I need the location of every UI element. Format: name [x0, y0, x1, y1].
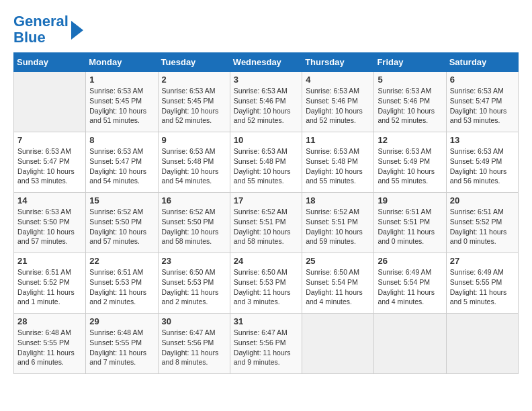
calendar-cell: 4Sunrise: 6:53 AM Sunset: 5:46 PM Daylig…	[302, 72, 374, 132]
calendar-cell: 5Sunrise: 6:53 AM Sunset: 5:46 PM Daylig…	[374, 72, 446, 132]
day-info: Sunrise: 6:53 AM Sunset: 5:46 PM Dayligh…	[378, 86, 442, 126]
logo-general: General	[13, 13, 69, 30]
day-number: 27	[450, 256, 515, 266]
day-number: 19	[378, 195, 442, 205]
column-header-tuesday: Tuesday	[158, 53, 230, 72]
week-row-4: 21Sunrise: 6:51 AM Sunset: 5:52 PM Dayli…	[14, 253, 519, 314]
day-number: 28	[17, 316, 82, 326]
day-info: Sunrise: 6:53 AM Sunset: 5:45 PM Dayligh…	[89, 86, 154, 126]
column-header-friday: Friday	[374, 53, 446, 72]
day-info: Sunrise: 6:49 AM Sunset: 5:55 PM Dayligh…	[450, 267, 515, 307]
day-info: Sunrise: 6:53 AM Sunset: 5:50 PM Dayligh…	[17, 207, 82, 246]
calendar-cell: 19Sunrise: 6:51 AM Sunset: 5:51 PM Dayli…	[374, 193, 446, 253]
calendar-cell	[446, 314, 518, 374]
day-info: Sunrise: 6:51 AM Sunset: 5:51 PM Dayligh…	[378, 207, 442, 246]
day-number: 6	[450, 75, 515, 85]
day-info: Sunrise: 6:53 AM Sunset: 5:49 PM Dayligh…	[378, 146, 442, 186]
day-number: 18	[306, 195, 370, 205]
calendar-cell: 2Sunrise: 6:53 AM Sunset: 5:45 PM Daylig…	[158, 72, 230, 132]
column-header-wednesday: Wednesday	[230, 53, 302, 72]
day-number: 17	[234, 195, 298, 205]
day-info: Sunrise: 6:53 AM Sunset: 5:46 PM Dayligh…	[306, 86, 370, 126]
day-number: 26	[378, 256, 442, 266]
day-info: Sunrise: 6:52 AM Sunset: 5:50 PM Dayligh…	[89, 207, 154, 246]
day-number: 10	[234, 135, 298, 145]
calendar-cell	[14, 72, 86, 132]
day-number: 9	[162, 135, 226, 145]
day-info: Sunrise: 6:52 AM Sunset: 5:51 PM Dayligh…	[234, 207, 298, 246]
calendar-cell: 28Sunrise: 6:48 AM Sunset: 5:55 PM Dayli…	[14, 314, 86, 374]
day-info: Sunrise: 6:47 AM Sunset: 5:56 PM Dayligh…	[234, 328, 298, 367]
day-info: Sunrise: 6:48 AM Sunset: 5:55 PM Dayligh…	[89, 328, 154, 367]
calendar-cell: 6Sunrise: 6:53 AM Sunset: 5:47 PM Daylig…	[446, 72, 518, 132]
day-info: Sunrise: 6:53 AM Sunset: 5:48 PM Dayligh…	[162, 146, 226, 186]
day-number: 23	[162, 256, 226, 266]
day-number: 12	[378, 135, 442, 145]
calendar-cell: 31Sunrise: 6:47 AM Sunset: 5:56 PM Dayli…	[230, 314, 302, 374]
logo: General Blue	[13, 13, 83, 46]
day-info: Sunrise: 6:49 AM Sunset: 5:54 PM Dayligh…	[378, 267, 442, 307]
day-info: Sunrise: 6:51 AM Sunset: 5:52 PM Dayligh…	[450, 207, 515, 246]
day-info: Sunrise: 6:53 AM Sunset: 5:46 PM Dayligh…	[234, 86, 298, 126]
day-number: 25	[306, 256, 370, 266]
day-number: 24	[234, 256, 298, 266]
day-info: Sunrise: 6:52 AM Sunset: 5:50 PM Dayligh…	[162, 207, 226, 246]
calendar-cell: 9Sunrise: 6:53 AM Sunset: 5:48 PM Daylig…	[158, 132, 230, 193]
day-number: 15	[89, 195, 154, 205]
calendar-cell: 24Sunrise: 6:50 AM Sunset: 5:53 PM Dayli…	[230, 253, 302, 314]
day-number: 5	[378, 75, 442, 85]
day-number: 13	[450, 135, 515, 145]
day-number: 21	[17, 256, 82, 266]
day-number: 2	[162, 75, 226, 85]
day-number: 3	[234, 75, 298, 85]
day-number: 7	[17, 135, 82, 145]
calendar-cell: 27Sunrise: 6:49 AM Sunset: 5:55 PM Dayli…	[446, 253, 518, 314]
day-info: Sunrise: 6:48 AM Sunset: 5:55 PM Dayligh…	[17, 328, 82, 367]
calendar-cell	[374, 314, 446, 374]
calendar-cell: 14Sunrise: 6:53 AM Sunset: 5:50 PM Dayli…	[14, 193, 86, 253]
calendar-cell: 12Sunrise: 6:53 AM Sunset: 5:49 PM Dayli…	[374, 132, 446, 193]
calendar-cell: 16Sunrise: 6:52 AM Sunset: 5:50 PM Dayli…	[158, 193, 230, 253]
calendar-cell: 22Sunrise: 6:51 AM Sunset: 5:53 PM Dayli…	[86, 253, 158, 314]
day-info: Sunrise: 6:53 AM Sunset: 5:47 PM Dayligh…	[89, 146, 154, 186]
calendar-cell: 13Sunrise: 6:53 AM Sunset: 5:49 PM Dayli…	[446, 132, 518, 193]
day-number: 31	[234, 316, 298, 326]
calendar-cell: 29Sunrise: 6:48 AM Sunset: 5:55 PM Dayli…	[86, 314, 158, 374]
week-row-2: 7Sunrise: 6:53 AM Sunset: 5:47 PM Daylig…	[14, 132, 519, 193]
calendar-cell: 25Sunrise: 6:50 AM Sunset: 5:54 PM Dayli…	[302, 253, 374, 314]
calendar-cell	[302, 314, 374, 374]
calendar-cell: 23Sunrise: 6:50 AM Sunset: 5:53 PM Dayli…	[158, 253, 230, 314]
day-number: 20	[450, 195, 515, 205]
day-info: Sunrise: 6:53 AM Sunset: 5:49 PM Dayligh…	[450, 146, 515, 186]
calendar-cell: 18Sunrise: 6:52 AM Sunset: 5:51 PM Dayli…	[302, 193, 374, 253]
calendar-cell: 20Sunrise: 6:51 AM Sunset: 5:52 PM Dayli…	[446, 193, 518, 253]
day-number: 4	[306, 75, 370, 85]
week-row-3: 14Sunrise: 6:53 AM Sunset: 5:50 PM Dayli…	[14, 193, 519, 253]
day-info: Sunrise: 6:51 AM Sunset: 5:52 PM Dayligh…	[17, 267, 82, 307]
day-info: Sunrise: 6:52 AM Sunset: 5:51 PM Dayligh…	[306, 207, 370, 246]
day-info: Sunrise: 6:53 AM Sunset: 5:45 PM Dayligh…	[162, 86, 226, 126]
calendar-cell: 21Sunrise: 6:51 AM Sunset: 5:52 PM Dayli…	[14, 253, 86, 314]
day-number: 14	[17, 195, 82, 205]
calendar-cell: 15Sunrise: 6:52 AM Sunset: 5:50 PM Dayli…	[86, 193, 158, 253]
column-header-saturday: Saturday	[446, 53, 518, 72]
day-info: Sunrise: 6:50 AM Sunset: 5:54 PM Dayligh…	[306, 267, 370, 307]
day-info: Sunrise: 6:50 AM Sunset: 5:53 PM Dayligh…	[234, 267, 298, 307]
logo-blue: Blue	[13, 29, 46, 46]
calendar-cell: 26Sunrise: 6:49 AM Sunset: 5:54 PM Dayli…	[374, 253, 446, 314]
day-number: 16	[162, 195, 226, 205]
day-number: 29	[89, 316, 154, 326]
week-row-5: 28Sunrise: 6:48 AM Sunset: 5:55 PM Dayli…	[14, 314, 519, 374]
calendar-table: SundayMondayTuesdayWednesdayThursdayFrid…	[13, 52, 519, 374]
calendar-cell: 17Sunrise: 6:52 AM Sunset: 5:51 PM Dayli…	[230, 193, 302, 253]
column-header-sunday: Sunday	[14, 53, 86, 72]
calendar-cell: 8Sunrise: 6:53 AM Sunset: 5:47 PM Daylig…	[86, 132, 158, 193]
page-header: General Blue	[13, 13, 519, 46]
day-number: 22	[89, 256, 154, 266]
day-info: Sunrise: 6:53 AM Sunset: 5:47 PM Dayligh…	[17, 146, 82, 186]
calendar-cell: 10Sunrise: 6:53 AM Sunset: 5:48 PM Dayli…	[230, 132, 302, 193]
day-info: Sunrise: 6:53 AM Sunset: 5:48 PM Dayligh…	[234, 146, 298, 186]
day-number: 1	[89, 75, 154, 85]
calendar-cell: 1Sunrise: 6:53 AM Sunset: 5:45 PM Daylig…	[86, 72, 158, 132]
calendar-cell: 11Sunrise: 6:53 AM Sunset: 5:48 PM Dayli…	[302, 132, 374, 193]
